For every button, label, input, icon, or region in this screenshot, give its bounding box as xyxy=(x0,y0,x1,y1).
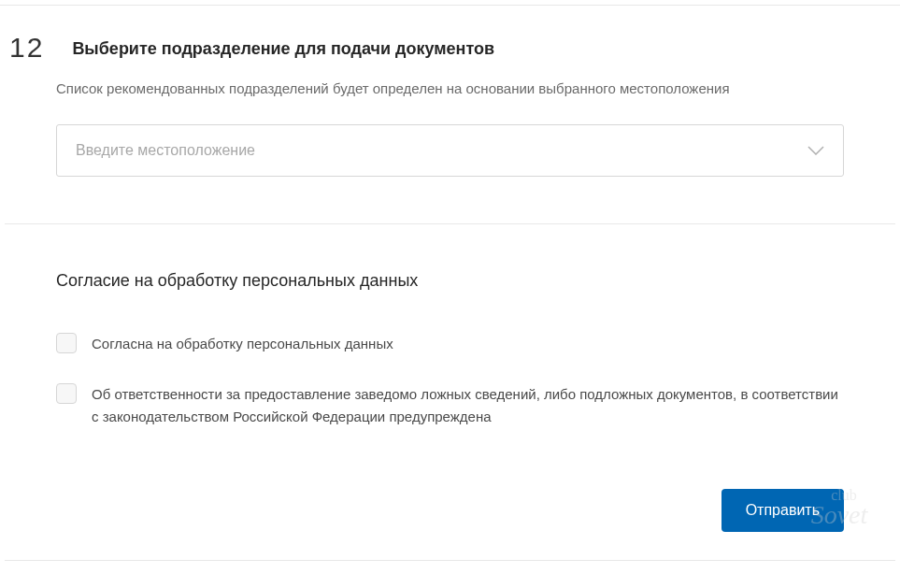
step-number: 12 xyxy=(9,34,44,62)
bottom-divider xyxy=(5,560,895,561)
chevron-down-icon xyxy=(807,142,824,159)
location-select[interactable]: Введите местоположение xyxy=(56,124,844,177)
step-title: Выберите подразделение для подачи докуме… xyxy=(72,34,494,59)
submit-button[interactable]: Отправить xyxy=(721,489,844,532)
consent-checkbox-2[interactable] xyxy=(56,383,77,404)
step-header: 12 Выберите подразделение для подачи док… xyxy=(0,6,900,80)
consent-row-1: Согласна на обработку персональных данны… xyxy=(56,333,844,355)
consent-label-2: Об ответственности за предоставление зав… xyxy=(92,383,844,428)
location-select-wrapper: Введите местоположение xyxy=(56,124,844,177)
step-description: Список рекомендованных подразделений буд… xyxy=(0,80,900,124)
consent-checkbox-1[interactable] xyxy=(56,333,77,353)
consent-row-2: Об ответственности за предоставление зав… xyxy=(56,383,844,428)
consent-label-1: Согласна на обработку персональных данны… xyxy=(92,333,393,355)
consent-section: Согласие на обработку персональных данны… xyxy=(0,224,900,484)
consent-title: Согласие на обработку персональных данны… xyxy=(56,271,844,291)
submit-row: Отправить xyxy=(0,484,900,560)
location-select-placeholder: Введите местоположение xyxy=(76,142,255,159)
